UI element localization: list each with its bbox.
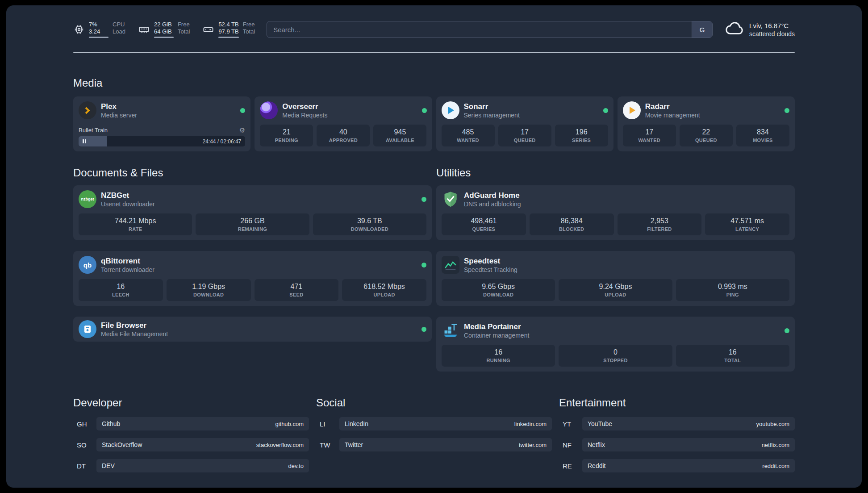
service-name: Plex xyxy=(101,102,137,111)
stat-block: 498,461 QUERIES xyxy=(442,213,526,235)
service-desc: Media File Management xyxy=(101,330,168,338)
stat-block: 618.52 Mbps UPLOAD xyxy=(342,279,426,301)
service-name: NZBGet xyxy=(101,191,155,200)
section-media: Media Plex Media server Bullet Train ⚙ xyxy=(73,77,795,151)
bookmark-name: Netflix xyxy=(588,441,605,448)
stat-value: 196 xyxy=(557,128,606,137)
stat-value: 498,461 xyxy=(443,217,524,226)
bookmark-pill[interactable]: DEV dev.to xyxy=(96,459,309,472)
stat-label: UPLOAD xyxy=(344,292,425,298)
sonarr-icon xyxy=(442,101,459,119)
now-playing-widget: Bullet Train ⚙ 24:44 / 02:06:47 xyxy=(79,127,245,146)
stat-value: 9.24 Gbps xyxy=(560,282,670,291)
stat-block: 47.571 ms LATENCY xyxy=(705,213,789,235)
bookmark-pill[interactable]: Reddit reddit.com xyxy=(582,459,795,472)
bookmark-reddit[interactable]: RE Reddit reddit.com xyxy=(559,459,795,472)
stat-label: SEED xyxy=(256,292,337,298)
stat-value: 2,953 xyxy=(619,217,700,226)
stat-block: 21 PENDING xyxy=(260,125,313,146)
service-desc: Media server xyxy=(101,111,137,119)
stat-block: 9.24 Gbps UPLOAD xyxy=(559,279,672,301)
stat-label: DOWNLOADED xyxy=(315,226,425,233)
status-dot xyxy=(421,327,426,332)
ram-values: 22 GiB 64 GiB xyxy=(154,21,174,38)
stat-label: DOWNLOAD xyxy=(168,292,249,298)
ram-labels: Free Total xyxy=(178,21,190,38)
disk-free: 52.4 TB xyxy=(218,21,238,28)
service-card-portainer[interactable]: Media Portainer Container management 16 … xyxy=(436,317,795,372)
search-provider-button[interactable]: G xyxy=(692,21,712,38)
bookmark-twitter[interactable]: TW Twitter twitter.com xyxy=(316,438,552,451)
speedtest-graph-icon xyxy=(442,256,459,274)
bookmark-pill[interactable]: Github github.com xyxy=(96,417,309,430)
section-title-utilities: Utilities xyxy=(436,167,795,179)
hard-drive-icon xyxy=(202,24,214,36)
service-card-nzbget[interactable]: nzbget NZBGet Usenet downloader 744.21 M… xyxy=(73,185,432,240)
bookmark-pill[interactable]: Twitter twitter.com xyxy=(339,438,552,451)
bookmark-name: StackOverflow xyxy=(102,441,142,448)
section-title-developer: Developer xyxy=(73,397,309,409)
cpu-usage-bar xyxy=(89,37,108,38)
cpu-widget: 7% 3.24 CPU Load xyxy=(73,21,125,38)
stat-block: 834 MOVIES xyxy=(736,125,789,146)
bookmark-pill[interactable]: StackOverflow stackoverflow.com xyxy=(96,438,309,451)
playback-progress-bar: 24:44 / 02:06:47 xyxy=(79,136,245,146)
stat-label: QUEUED xyxy=(500,137,550,144)
stat-label: WANTED xyxy=(443,137,493,144)
stat-value: 21 xyxy=(262,128,311,137)
service-name: Radarr xyxy=(645,102,700,111)
stat-value: 16 xyxy=(443,348,553,357)
status-dot xyxy=(785,328,789,333)
stat-block: 17 WANTED xyxy=(623,125,676,146)
bookmark-pill[interactable]: LinkedIn linkedin.com xyxy=(339,417,552,430)
search-bar: G xyxy=(267,21,713,38)
stat-block: 16 RUNNING xyxy=(442,345,555,367)
bookmark-url: twitter.com xyxy=(519,442,547,448)
stat-block: 16 LEECH xyxy=(79,279,163,301)
bookmark-pill[interactable]: YouTube youtube.com xyxy=(582,417,795,430)
service-card-overseerr[interactable]: Overseerr Media Requests 21 PENDING 40 A… xyxy=(255,96,432,151)
service-card-sonarr[interactable]: Sonarr Series management 485 WANTED 17 Q… xyxy=(436,96,613,151)
ram-free: 22 GiB xyxy=(154,21,174,28)
bookmark-name: Github xyxy=(102,420,120,427)
search-input[interactable] xyxy=(267,21,692,38)
stat-value: 471 xyxy=(256,282,337,291)
stat-block: 0.993 ms PING xyxy=(676,279,789,301)
service-card-filebrowser[interactable]: File Browser Media File Management xyxy=(73,317,432,342)
stat-block: 22 QUEUED xyxy=(680,125,733,146)
service-card-speedtest[interactable]: Speedtest Speedtest Tracking 9.65 Gbps D… xyxy=(436,251,795,306)
weather-location: Lviv, 16.87°C xyxy=(749,21,795,30)
bookmark-stackoverflow[interactable]: SO StackOverflow stackoverflow.com xyxy=(73,438,309,451)
service-desc: DNS and adblocking xyxy=(464,200,521,208)
status-dot xyxy=(785,108,789,113)
service-card-qbittorrent[interactable]: qb qBittorrent Torrent downloader 16 LEE… xyxy=(73,251,432,306)
stat-block: 266 GB REMAINING xyxy=(196,213,309,235)
pause-button[interactable] xyxy=(83,139,86,143)
service-desc: Movie management xyxy=(645,111,700,119)
stat-value: 266 GB xyxy=(197,217,307,226)
stat-value: 40 xyxy=(318,128,368,137)
stat-label: LEECH xyxy=(80,292,161,298)
bookmark-youtube[interactable]: YT YouTube youtube.com xyxy=(559,417,795,430)
service-card-adguard[interactable]: AdGuard Home DNS and adblocking 498,461 … xyxy=(436,185,795,240)
bookmark-pill[interactable]: Netflix netflix.com xyxy=(582,438,795,451)
bookmark-linkedin[interactable]: LI LinkedIn linkedin.com xyxy=(316,417,552,430)
bookmark-dev[interactable]: DT DEV dev.to xyxy=(73,459,309,472)
plex-icon xyxy=(79,101,96,119)
bookmark-netflix[interactable]: NF Netflix netflix.com xyxy=(559,438,795,451)
bookmark-abbr: GH xyxy=(73,420,96,428)
bookmark-github[interactable]: GH Github github.com xyxy=(73,417,309,430)
service-card-plex[interactable]: Plex Media server Bullet Train ⚙ 24:44 /… xyxy=(73,96,250,151)
bookmark-abbr: DT xyxy=(73,462,96,470)
bookmark-abbr: YT xyxy=(559,420,582,428)
service-card-radarr[interactable]: Radarr Movie management 17 WANTED 22 QUE… xyxy=(618,96,795,151)
service-desc: Speedtest Tracking xyxy=(464,266,517,274)
bookmark-url: netflix.com xyxy=(762,442,789,448)
stat-label: RATE xyxy=(80,226,190,233)
gear-icon[interactable]: ⚙ xyxy=(239,127,245,134)
stat-value: 834 xyxy=(738,128,788,137)
section-title-documents: Documents & Files xyxy=(73,167,432,179)
bookmark-name: YouTube xyxy=(588,420,612,427)
stat-value: 39.6 TB xyxy=(315,217,425,226)
stat-block: 17 QUEUED xyxy=(498,125,551,146)
